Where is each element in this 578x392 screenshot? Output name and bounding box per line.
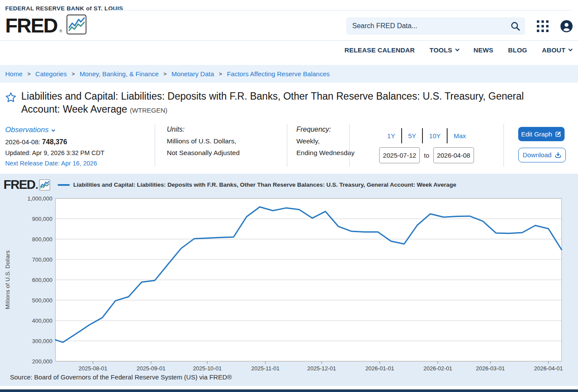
chart-legend-row: FRED Liabilities and Capital: Liabilitie…	[3, 178, 578, 192]
header-divider-line	[107, 10, 572, 10]
frequency-panel: Frequency: Weekly, Ending Wednesday	[287, 124, 349, 167]
header: FEDERAL RESERVE BANK of ST. LOUIS FRED ®	[0, 0, 578, 41]
user-avatar-icon[interactable]	[560, 20, 573, 32]
search-bar	[346, 17, 525, 35]
graph-actions-panel: Edit Graph Download	[503, 124, 578, 167]
breadcrumb-separator: >	[27, 71, 31, 77]
svg-text:2025-08-01: 2025-08-01	[78, 365, 107, 370]
observations-panel: Observations 2026-04-08: 748,376 Updated…	[0, 124, 155, 167]
svg-text:500,000: 500,000	[32, 297, 52, 303]
latest-observation: 2026-04-08: 748,376	[5, 138, 155, 146]
chart-source: Source: Board of Governors of the Federa…	[0, 370, 578, 386]
title-block: Liabilities and Capital: Liabilities: De…	[0, 83, 578, 120]
breadcrumb-separator: >	[163, 71, 167, 77]
range-max-button[interactable]: Max	[448, 132, 472, 139]
chart-section: FRED Liabilities and Capital: Liabilitie…	[0, 174, 578, 386]
chart-watermark: FRED	[3, 178, 35, 192]
range-inputs: to	[379, 147, 474, 163]
range-10y-button[interactable]: 10Y	[423, 132, 447, 139]
frequency-line1: Weekly,	[296, 137, 349, 145]
svg-text:2025-09-01: 2025-09-01	[136, 365, 166, 370]
bank-name: FEDERAL RESERVE BANK of ST. LOUIS	[5, 5, 123, 12]
frequency-label: Frequency:	[296, 126, 349, 133]
observations-dropdown[interactable]: Observations	[5, 126, 155, 134]
range-to-label: to	[424, 152, 429, 159]
favorite-star-icon[interactable]	[5, 92, 16, 103]
download-button[interactable]: Download	[518, 148, 566, 162]
fred-logo[interactable]: FRED ®	[5, 14, 123, 35]
breadcrumb-home[interactable]: Home	[5, 70, 23, 78]
watermark-dot	[36, 187, 38, 189]
legend-series-label[interactable]: Liabilities and Capital: Liabilities: De…	[73, 181, 456, 188]
svg-text:700,000: 700,000	[32, 256, 52, 262]
units-line2: Not Seasonally Adjusted	[167, 149, 287, 157]
svg-text:200,000: 200,000	[32, 358, 52, 364]
search-input[interactable]	[346, 17, 525, 35]
breadcrumb-categories[interactable]: Categories	[36, 70, 67, 78]
series-id: (WTREGEN)	[130, 107, 168, 114]
header-actions	[346, 17, 573, 35]
svg-text:600,000: 600,000	[32, 276, 52, 283]
brand-block: FEDERAL RESERVE BANK of ST. LOUIS FRED ®	[5, 5, 123, 40]
nav-release-calendar[interactable]: RELEASE CALENDAR	[344, 46, 415, 54]
svg-text:900,000: 900,000	[32, 215, 52, 222]
svg-text:300,000: 300,000	[32, 337, 52, 344]
legend-line-sample	[58, 184, 70, 186]
chevron-down-icon	[52, 128, 55, 132]
range-5y-button[interactable]: 5Y	[402, 132, 422, 139]
range-presets: 1Y 5Y 10Y Max	[381, 128, 472, 143]
breadcrumb: Home > Categories > Money, Banking, & Fi…	[0, 65, 578, 83]
updated-timestamp: Updated: Apr 9, 2026 3:32 PM CDT	[5, 149, 155, 156]
registered-mark: ®	[59, 29, 62, 33]
date-range-panel: 1Y 5Y 10Y Max to	[349, 124, 503, 167]
svg-text:2026-03-01: 2026-03-01	[476, 365, 505, 370]
svg-text:2026-01-01: 2026-01-01	[365, 365, 394, 370]
units-panel: Units: Millions of U.S. Dollars, Not Sea…	[155, 124, 287, 167]
nav-news[interactable]: NEWS	[474, 46, 494, 54]
svg-text:2026-02-01: 2026-02-01	[423, 365, 452, 370]
breadcrumb-money-banking-finance[interactable]: Money, Banking, & Finance	[80, 70, 159, 78]
svg-text:400,000: 400,000	[32, 317, 52, 324]
nav-blog[interactable]: BLOG	[508, 46, 527, 54]
page-title: Liabilities and Capital: Liabilities: De…	[21, 90, 564, 116]
breadcrumb-factors-affecting-reserve-balances[interactable]: Factors Affecting Reserve Balances	[227, 70, 330, 78]
breadcrumb-separator: >	[219, 71, 222, 77]
download-icon	[555, 152, 562, 159]
latest-value: 748,376	[42, 138, 67, 146]
svg-text:1,000,000: 1,000,000	[27, 195, 52, 201]
chart-svg[interactable]: 1,000,000900,000800,000700,000600,000500…	[0, 192, 578, 370]
series-meta: Observations 2026-04-08: 748,376 Updated…	[0, 124, 578, 173]
footer-bar	[0, 389, 578, 392]
breadcrumb-monetary-data[interactable]: Monetary Data	[172, 70, 214, 78]
fred-logo-chart-icon	[66, 14, 87, 35]
breadcrumb-separator: >	[71, 71, 75, 77]
watermark-chart-icon	[39, 179, 50, 191]
svg-text:2025-10-01: 2025-10-01	[193, 365, 222, 370]
apps-grid-icon[interactable]	[537, 20, 549, 32]
nav-about[interactable]: ABOUT	[542, 46, 572, 54]
units-line1: Millions of U.S. Dollars,	[167, 137, 287, 145]
svg-text:800,000: 800,000	[32, 236, 52, 242]
units-label: Units:	[167, 126, 287, 133]
svg-text:2025-12-01: 2025-12-01	[307, 365, 336, 370]
fred-logo-text: FRED	[5, 16, 57, 35]
svg-text:2026-04-01: 2026-04-01	[534, 365, 563, 370]
svg-text:Millions of U.S. Dollars: Millions of U.S. Dollars	[4, 250, 11, 309]
search-icon[interactable]	[510, 21, 521, 32]
range-1y-button[interactable]: 1Y	[381, 132, 401, 139]
frequency-line2: Ending Wednesday	[296, 149, 349, 157]
main-nav: RELEASE CALENDAR TOOLS NEWS BLOG ABOUT	[0, 41, 578, 58]
chevron-down-icon	[455, 47, 459, 52]
chevron-down-icon	[568, 47, 573, 52]
range-end-input[interactable]	[433, 147, 474, 163]
next-release-link[interactable]: Next Release Date: Apr 16, 2026	[5, 160, 155, 167]
edit-pencil-icon	[555, 131, 562, 137]
nav-tools[interactable]: TOOLS	[429, 46, 458, 54]
range-start-input[interactable]	[379, 147, 420, 163]
edit-graph-button[interactable]: Edit Graph	[518, 127, 565, 141]
svg-text:2025-11-01: 2025-11-01	[251, 365, 280, 370]
